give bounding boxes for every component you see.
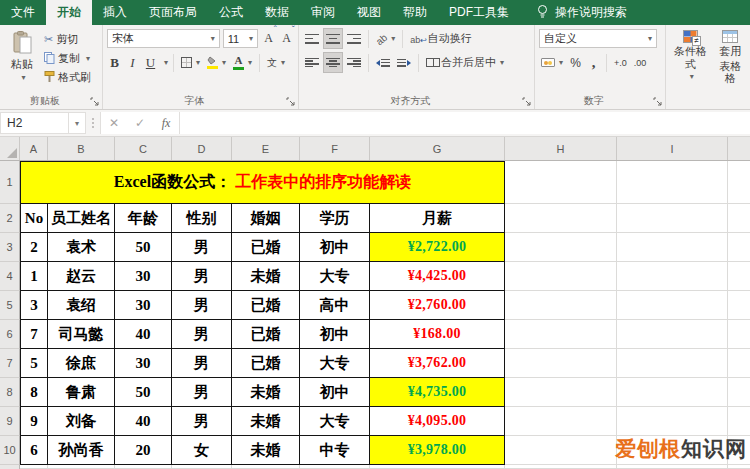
cell-name[interactable]: 孙尚香 xyxy=(48,436,115,465)
cell-no[interactable]: 5 xyxy=(20,349,48,378)
empty-cell[interactable] xyxy=(370,465,505,469)
empty-cell[interactable] xyxy=(505,320,617,349)
dialog-launcher-icon[interactable] xyxy=(90,97,100,107)
formula-bar-grip[interactable] xyxy=(86,110,100,136)
cancel-icon[interactable]: ✕ xyxy=(101,116,127,130)
phonetic-guide-button[interactable]: 文 ▾ xyxy=(265,53,287,72)
cell-education[interactable]: 中专 xyxy=(300,436,370,465)
header-salary[interactable]: 月薪 xyxy=(370,204,505,233)
cell-marital[interactable]: 未婚 xyxy=(232,262,300,291)
copy-button[interactable]: 复制 ▾ xyxy=(44,50,91,67)
grow-font-button[interactable]: A xyxy=(261,29,276,48)
comma-style-button[interactable]: , xyxy=(586,53,601,72)
number-format-combobox[interactable]: 自定义 ▾ xyxy=(539,29,657,48)
cell-name[interactable]: 刘备 xyxy=(48,407,115,436)
cell-salary[interactable]: ¥4,425.00 xyxy=(370,262,505,291)
dialog-launcher-icon[interactable] xyxy=(522,97,532,107)
row-header-9[interactable]: 9 xyxy=(0,407,20,436)
row-header-partial[interactable] xyxy=(0,465,20,469)
underline-button[interactable]: U xyxy=(143,53,158,72)
align-left-button[interactable] xyxy=(303,53,321,72)
column-header-partial[interactable] xyxy=(728,137,750,160)
italic-button[interactable]: I xyxy=(125,53,140,72)
middle-align-button[interactable] xyxy=(324,29,342,48)
tab-insert[interactable]: 插入 xyxy=(92,0,138,25)
cell-name[interactable]: 鲁肃 xyxy=(48,378,115,407)
cell-name[interactable]: 袁术 xyxy=(48,233,115,262)
row-header-5[interactable]: 5 xyxy=(0,291,20,320)
cell-no[interactable]: 2 xyxy=(20,233,48,262)
chevron-down-icon[interactable]: ▾ xyxy=(68,113,85,133)
dialog-launcher-icon[interactable] xyxy=(286,97,296,107)
cell-no[interactable]: 6 xyxy=(20,436,48,465)
cell-gender[interactable]: 男 xyxy=(172,320,232,349)
cell-name[interactable]: 袁绍 xyxy=(48,291,115,320)
empty-cell[interactable] xyxy=(232,465,300,469)
empty-cell[interactable] xyxy=(728,291,750,320)
empty-cell[interactable] xyxy=(115,465,172,469)
cell-salary[interactable]: ¥3,978.00 xyxy=(370,436,505,465)
bottom-align-button[interactable] xyxy=(345,29,363,48)
font-name-combobox[interactable]: 宋体 ▾ xyxy=(107,29,220,48)
fill-color-button[interactable]: ▾ xyxy=(205,53,228,72)
empty-cell[interactable] xyxy=(728,262,750,291)
cell-marital[interactable]: 已婚 xyxy=(232,320,300,349)
cell-salary[interactable]: ¥168.00 xyxy=(370,320,505,349)
font-color-button[interactable]: A ▾ xyxy=(231,53,254,72)
shrink-font-button[interactable]: A xyxy=(279,29,294,48)
cell-education[interactable]: 初中 xyxy=(300,233,370,262)
name-box[interactable]: H2 ▾ xyxy=(0,112,86,134)
cell-name[interactable]: 徐庶 xyxy=(48,349,115,378)
empty-cell[interactable] xyxy=(617,407,728,436)
cell-name[interactable]: 赵云 xyxy=(48,262,115,291)
orientation-button[interactable]: ▾ xyxy=(374,29,397,48)
decrease-decimal-button[interactable] xyxy=(632,53,649,72)
column-header-a[interactable]: A xyxy=(20,137,48,160)
tell-me-search[interactable]: 操作说明搜索 xyxy=(536,0,627,25)
cell-marital[interactable]: 未婚 xyxy=(232,378,300,407)
tab-view[interactable]: 视图 xyxy=(346,0,392,25)
cell-age[interactable]: 30 xyxy=(115,291,172,320)
cell-education[interactable]: 大专 xyxy=(300,349,370,378)
empty-cell[interactable] xyxy=(505,465,617,469)
cell-salary[interactable]: ¥4,735.00 xyxy=(370,378,505,407)
empty-cell[interactable] xyxy=(505,262,617,291)
empty-cell[interactable] xyxy=(728,407,750,436)
header-gender[interactable]: 性别 xyxy=(172,204,232,233)
empty-cell[interactable] xyxy=(300,465,370,469)
column-header-h[interactable]: H xyxy=(505,137,617,160)
cell-salary[interactable]: ¥2,722.00 xyxy=(370,233,505,262)
empty-cell[interactable] xyxy=(617,349,728,378)
header-no[interactable]: No xyxy=(20,204,48,233)
align-right-button[interactable] xyxy=(345,53,363,72)
tab-data[interactable]: 数据 xyxy=(254,0,300,25)
format-painter-button[interactable]: 格式刷 xyxy=(44,69,91,86)
header-education[interactable]: 学历 xyxy=(300,204,370,233)
cell-education[interactable]: 大专 xyxy=(300,407,370,436)
cell-no[interactable]: 8 xyxy=(20,378,48,407)
borders-button[interactable]: ▾ xyxy=(179,53,202,72)
decrease-indent-button[interactable] xyxy=(374,53,392,72)
cell-education[interactable]: 大专 xyxy=(300,262,370,291)
cell-education[interactable]: 初中 xyxy=(300,378,370,407)
increase-indent-button[interactable] xyxy=(395,53,413,72)
cell-age[interactable]: 20 xyxy=(115,436,172,465)
tab-file[interactable]: 文件 xyxy=(0,0,46,25)
cell-salary[interactable]: ¥4,095.00 xyxy=(370,407,505,436)
formula-input[interactable] xyxy=(179,112,750,134)
select-all-corner[interactable] xyxy=(0,137,20,160)
increase-decimal-button[interactable] xyxy=(612,53,629,72)
sheet-title-cell[interactable]: Excel函数公式： 工作表中的排序功能解读 xyxy=(20,161,505,204)
empty-cell[interactable] xyxy=(505,204,617,233)
row-header-1[interactable]: 1 xyxy=(0,161,20,204)
align-center-button[interactable] xyxy=(324,53,342,72)
wrap-text-button[interactable]: 自动换行 xyxy=(408,29,474,48)
empty-cell[interactable] xyxy=(728,204,750,233)
paste-button[interactable]: 粘贴 ▾ xyxy=(4,29,40,95)
tab-review[interactable]: 审阅 xyxy=(300,0,346,25)
tab-formulas[interactable]: 公式 xyxy=(208,0,254,25)
empty-cell[interactable] xyxy=(728,378,750,407)
cell-age[interactable]: 40 xyxy=(115,320,172,349)
cell-name[interactable]: 司马懿 xyxy=(48,320,115,349)
column-header-f[interactable]: F xyxy=(300,137,370,160)
